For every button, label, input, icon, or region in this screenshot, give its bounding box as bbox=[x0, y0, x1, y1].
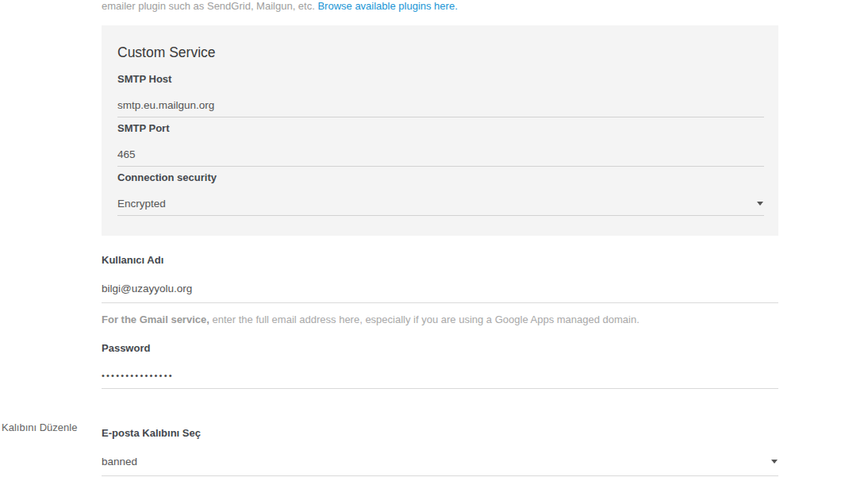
connection-security-label: Connection security bbox=[117, 172, 764, 183]
username-input[interactable]: bilgi@uzayyolu.org bbox=[102, 283, 778, 303]
chevron-down-icon bbox=[771, 460, 778, 464]
connection-security-value: Encrypted bbox=[117, 198, 166, 210]
account-section: Kullanıcı Adı bilgi@uzayyolu.org For the… bbox=[102, 255, 778, 389]
connection-security-field: Connection security Encrypted bbox=[117, 172, 764, 216]
password-masked-value: ••••••••••••••• bbox=[102, 371, 174, 380]
smtp-host-field: SMTP Host smtp.eu.mailgun.org bbox=[117, 74, 764, 117]
intro-text-plain: emailer plugin such as SendGrid, Mailgun… bbox=[102, 0, 317, 12]
smtp-host-label: SMTP Host bbox=[117, 74, 764, 85]
custom-service-panel: Custom Service SMTP Host smtp.eu.mailgun… bbox=[102, 25, 778, 236]
email-template-select-label: E-posta Kalıbını Seç bbox=[102, 428, 778, 439]
browse-plugins-link[interactable]: Browse available plugins here. bbox=[317, 0, 457, 12]
password-input[interactable]: ••••••••••••••• bbox=[102, 371, 778, 389]
username-help-bold: For the Gmail service, bbox=[102, 314, 209, 325]
chevron-down-icon bbox=[757, 202, 763, 206]
connection-security-select[interactable]: Encrypted bbox=[117, 198, 764, 216]
username-help-text: For the Gmail service, enter the full em… bbox=[102, 314, 778, 325]
username-help-rest: enter the full email address here, espec… bbox=[209, 314, 639, 325]
smtp-host-input[interactable]: smtp.eu.mailgun.org bbox=[117, 99, 764, 117]
email-template-select[interactable]: banned bbox=[102, 456, 778, 476]
edit-template-side-label[interactable]: Kalıbını Düzenle bbox=[2, 421, 77, 433]
smtp-port-field: SMTP Port 465 bbox=[117, 123, 764, 167]
smtp-port-input[interactable]: 465 bbox=[117, 148, 764, 167]
email-template-selected-value: banned bbox=[102, 456, 137, 468]
settings-page: emailer plugin such as SendGrid, Mailgun… bbox=[0, 0, 868, 481]
username-label: Kullanıcı Adı bbox=[102, 255, 778, 266]
smtp-port-label: SMTP Port bbox=[117, 123, 764, 134]
password-label: Password bbox=[102, 343, 778, 354]
template-section: E-posta Kalıbını Seç banned bbox=[102, 428, 778, 476]
panel-title: Custom Service bbox=[117, 44, 764, 61]
intro-text: emailer plugin such as SendGrid, Mailgun… bbox=[102, 0, 868, 12]
